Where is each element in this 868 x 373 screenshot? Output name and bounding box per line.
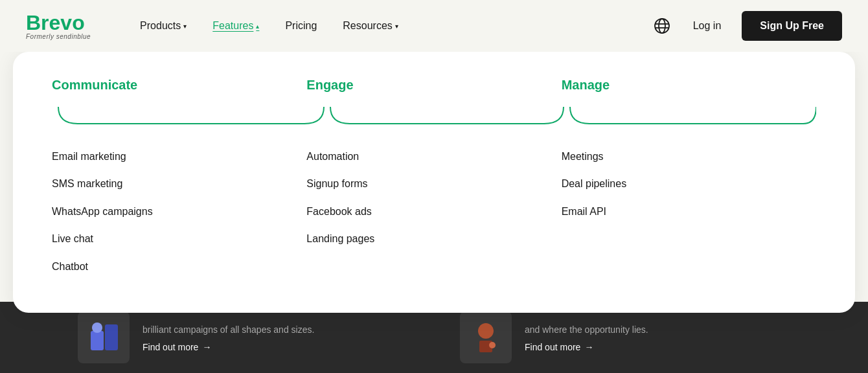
item-email-api[interactable]: Email API [562,198,803,225]
logo[interactable]: Brevo Formerly sendinblue [26,12,91,40]
signup-button[interactable]: Sign Up Free [742,11,842,41]
item-landing-pages[interactable]: Landing pages [306,225,548,253]
svg-point-7 [478,323,494,339]
bottom-card-2-content: and where the opportunity lies. Find out… [525,323,648,352]
chevron-down-icon-2: ▾ [395,23,398,30]
engage-header: Engage [306,78,548,93]
nav-pricing[interactable]: Pricing [275,15,327,37]
item-whatsapp-campaigns[interactable]: WhatsApp campaigns [52,198,293,225]
bottom-card-1-image [78,311,130,363]
item-live-chat[interactable]: Live chat [52,225,293,253]
item-chatbot[interactable]: Chatbot [52,253,293,280]
item-email-marketing[interactable]: Email marketing [52,143,293,170]
bottom-card-1-text: brilliant campaigns of all shapes and si… [143,323,314,337]
svg-rect-4 [91,331,104,350]
item-sms-marketing[interactable]: SMS marketing [52,170,293,198]
nav-resources[interactable]: Resources ▾ [332,15,408,37]
nav-right: Log in Sign Up Free [652,11,842,41]
chevron-up-icon: ▴ [256,23,259,30]
manage-items-col: Meetings Deal pipelines Email API [562,143,816,280]
bottom-card-1-link[interactable]: Find out more → [143,342,314,352]
brand-name: Brevo [26,12,91,33]
engage-col: Engage [306,78,561,106]
features-dropdown: Communicate Engage Manage Email marketin… [13,52,855,313]
svg-point-6 [92,322,102,333]
item-meetings[interactable]: Meetings [562,143,803,170]
arrow-icon-2: → [584,342,593,352]
bottom-card-2: and where the opportunity lies. Find out… [460,311,790,363]
communicate-header: Communicate [52,78,293,93]
bottom-card-1: brilliant campaigns of all shapes and si… [78,311,408,363]
bottom-card-2-text: and where the opportunity lies. [525,323,648,337]
item-facebook-ads[interactable]: Facebook ads [306,198,548,225]
manage-items: Meetings Deal pipelines Email API [562,143,803,225]
bottom-card-1-content: brilliant campaigns of all shapes and si… [143,323,314,352]
item-deal-pipelines[interactable]: Deal pipelines [562,170,803,198]
login-button[interactable]: Log in [683,15,732,37]
arrow-icon: → [202,342,211,352]
dropdown-items: Email marketing SMS marketing WhatsApp c… [52,143,816,280]
manage-header: Manage [562,78,803,93]
item-signup-forms[interactable]: Signup forms [306,170,548,198]
nav-features[interactable]: Features ▴ [202,15,269,37]
svg-point-1 [659,19,665,33]
nav-links: Products ▾ Features ▴ Pricing Resources … [130,15,652,37]
communicate-items: Email marketing SMS marketing WhatsApp c… [52,143,293,280]
item-automation[interactable]: Automation [306,143,548,170]
communicate-col: Communicate [52,78,306,106]
nav-products[interactable]: Products ▾ [130,15,197,37]
bracket-decoration [52,106,816,125]
brand-formerly: Formerly sendinblue [26,33,91,40]
svg-point-0 [655,19,669,33]
navbar: Brevo Formerly sendinblue Products ▾ Fea… [0,0,868,52]
manage-col: Manage [562,78,816,106]
globe-icon[interactable] [652,16,672,36]
svg-point-9 [489,342,496,348]
bottom-card-2-link[interactable]: Find out more → [525,342,648,352]
communicate-items-col: Email marketing SMS marketing WhatsApp c… [52,143,306,280]
dropdown-headers: Communicate Engage Manage [52,78,816,106]
svg-rect-5 [105,324,118,350]
chevron-down-icon: ▾ [183,23,187,30]
engage-items-col: Automation Signup forms Facebook ads Lan… [306,143,561,280]
engage-items: Automation Signup forms Facebook ads Lan… [306,143,548,253]
bottom-card-2-image [460,311,512,363]
